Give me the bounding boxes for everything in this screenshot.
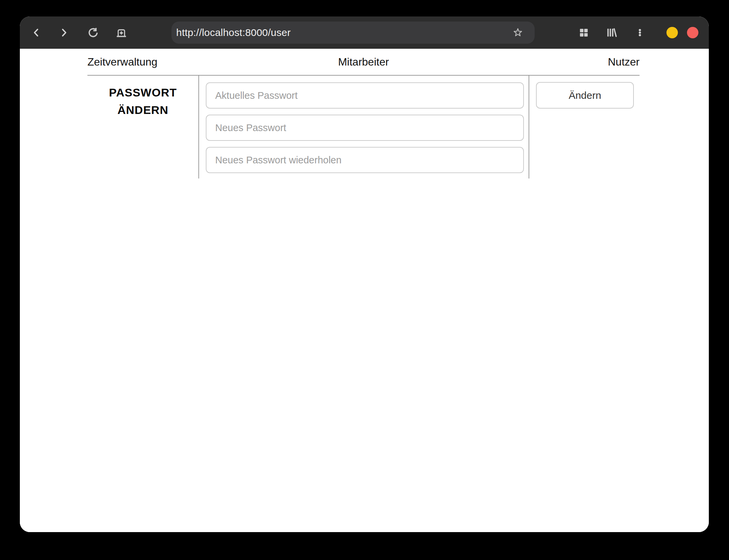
form-heading-line2: ÄNDERN — [87, 101, 198, 119]
back-chevron-icon — [31, 27, 42, 38]
tab-overview-button[interactable] — [574, 23, 593, 42]
password-form: PASSWORT ÄNDERN Ändern — [87, 75, 640, 178]
browser-toolbar: http://localhost:8000/user — [20, 16, 709, 49]
repeat-password-input[interactable] — [206, 147, 524, 173]
nav-link-mitarbeiter[interactable]: Mitarbeiter — [338, 56, 389, 68]
form-action-cell: Ändern — [529, 76, 640, 178]
url-text[interactable]: http://localhost:8000/user — [176, 27, 291, 38]
change-password-button[interactable]: Ändern — [536, 82, 634, 109]
nav-link-nutzer[interactable]: Nutzer — [389, 56, 640, 68]
reload-icon — [87, 27, 99, 39]
form-heading: PASSWORT ÄNDERN — [87, 84, 198, 119]
reload-button[interactable] — [84, 23, 103, 42]
page-content: Zeitverwaltung Mitarbeiter Nutzer PASSWO… — [20, 49, 709, 532]
library-books-icon — [606, 27, 617, 38]
form-fields-cell — [198, 76, 529, 178]
new-tab-button[interactable] — [112, 23, 131, 42]
bookmark-star-icon[interactable] — [512, 27, 524, 38]
form-heading-line1: PASSWORT — [87, 84, 198, 101]
new-password-input[interactable] — [206, 115, 524, 141]
grid-icon — [579, 28, 589, 38]
site-nav: Zeitverwaltung Mitarbeiter Nutzer — [87, 49, 640, 75]
kebab-menu-icon — [635, 27, 645, 38]
close-button[interactable] — [687, 27, 698, 38]
minimize-button[interactable] — [666, 27, 678, 38]
url-bar[interactable]: http://localhost:8000/user — [171, 22, 535, 44]
form-heading-cell: PASSWORT ÄNDERN — [87, 76, 198, 178]
menu-button[interactable] — [630, 23, 649, 42]
nav-link-zeitverwaltung[interactable]: Zeitverwaltung — [87, 56, 338, 68]
forward-chevron-icon — [58, 27, 70, 38]
current-password-input[interactable] — [206, 82, 524, 109]
forward-button[interactable] — [54, 23, 73, 42]
back-button[interactable] — [27, 23, 46, 42]
new-tab-icon — [115, 26, 128, 39]
library-button[interactable] — [602, 23, 621, 42]
browser-window: http://localhost:8000/user — [20, 16, 709, 532]
